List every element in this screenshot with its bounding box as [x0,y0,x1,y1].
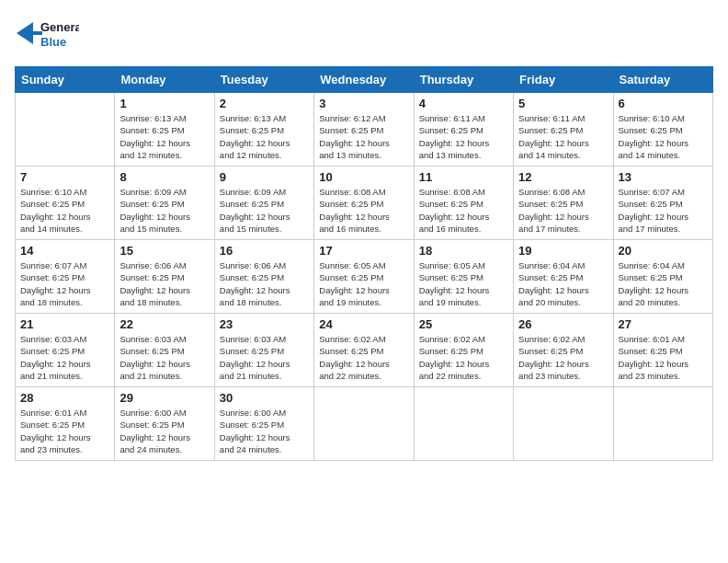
calendar-cell [613,387,712,461]
day-info: Sunrise: 6:13 AM Sunset: 6:25 PM Dayligh… [220,112,309,161]
day-info: Sunrise: 6:03 AM Sunset: 6:25 PM Dayligh… [20,333,109,382]
day-number: 26 [518,317,608,331]
day-info: Sunrise: 6:07 AM Sunset: 6:25 PM Dayligh… [20,259,109,308]
calendar-cell [314,387,414,461]
calendar-cell: 16Sunrise: 6:06 AM Sunset: 6:25 PM Dayli… [214,240,313,314]
calendar-cell: 20Sunrise: 6:04 AM Sunset: 6:25 PM Dayli… [613,240,712,314]
day-info: Sunrise: 6:04 AM Sunset: 6:25 PM Dayligh… [619,259,708,308]
calendar-header-friday: Friday [514,67,613,93]
logo-svg: GeneralBlue [15,15,79,55]
day-number: 16 [220,244,309,258]
day-info: Sunrise: 6:03 AM Sunset: 6:25 PM Dayligh… [220,333,309,382]
calendar-cell: 22Sunrise: 6:03 AM Sunset: 6:25 PM Dayli… [115,314,214,387]
calendar-cell: 1Sunrise: 6:13 AM Sunset: 6:25 PM Daylig… [115,93,214,167]
calendar-cell [16,93,115,167]
day-number: 13 [619,170,708,184]
day-number: 24 [319,317,408,331]
day-info: Sunrise: 6:09 AM Sunset: 6:25 PM Dayligh… [220,186,309,235]
day-number: 19 [518,244,608,258]
day-info: Sunrise: 6:02 AM Sunset: 6:25 PM Dayligh… [518,333,608,382]
day-number: 15 [119,244,209,258]
day-number: 5 [518,97,608,110]
day-info: Sunrise: 6:01 AM Sunset: 6:25 PM Dayligh… [619,333,708,382]
calendar-cell: 12Sunrise: 6:08 AM Sunset: 6:25 PM Dayli… [514,167,613,240]
day-number: 12 [518,170,608,184]
day-info: Sunrise: 6:04 AM Sunset: 6:25 PM Dayligh… [518,259,608,308]
day-info: Sunrise: 6:01 AM Sunset: 6:25 PM Dayligh… [20,407,109,455]
calendar-cell: 27Sunrise: 6:01 AM Sunset: 6:25 PM Dayli… [613,314,712,387]
calendar-header-wednesday: Wednesday [314,67,414,93]
week-row-2: 7Sunrise: 6:10 AM Sunset: 6:25 PM Daylig… [16,167,713,240]
day-info: Sunrise: 6:06 AM Sunset: 6:25 PM Dayligh… [220,259,309,308]
day-info: Sunrise: 6:06 AM Sunset: 6:25 PM Dayligh… [119,259,209,308]
day-number: 30 [220,391,309,405]
calendar-cell: 6Sunrise: 6:10 AM Sunset: 6:25 PM Daylig… [613,93,712,167]
day-info: Sunrise: 6:08 AM Sunset: 6:25 PM Dayligh… [419,186,508,235]
calendar-cell: 15Sunrise: 6:06 AM Sunset: 6:25 PM Dayli… [115,240,214,314]
svg-text:General: General [40,20,79,34]
day-number: 10 [319,170,408,184]
calendar-cell: 4Sunrise: 6:11 AM Sunset: 6:25 PM Daylig… [414,93,513,167]
calendar-cell: 8Sunrise: 6:09 AM Sunset: 6:25 PM Daylig… [115,167,214,240]
calendar-cell: 11Sunrise: 6:08 AM Sunset: 6:25 PM Dayli… [414,167,513,240]
day-info: Sunrise: 6:10 AM Sunset: 6:25 PM Dayligh… [619,112,708,161]
day-info: Sunrise: 6:05 AM Sunset: 6:25 PM Dayligh… [419,259,508,308]
calendar-cell: 28Sunrise: 6:01 AM Sunset: 6:25 PM Dayli… [16,387,115,461]
day-number: 9 [220,170,309,184]
calendar-header-row: SundayMondayTuesdayWednesdayThursdayFrid… [16,67,713,93]
calendar-cell: 19Sunrise: 6:04 AM Sunset: 6:25 PM Dayli… [514,240,613,314]
day-number: 2 [220,97,309,110]
logo: GeneralBlue [15,15,79,55]
day-number: 6 [619,97,708,110]
day-info: Sunrise: 6:12 AM Sunset: 6:25 PM Dayligh… [319,112,408,161]
week-row-1: 1Sunrise: 6:13 AM Sunset: 6:25 PM Daylig… [16,93,713,167]
day-number: 1 [119,97,209,110]
day-info: Sunrise: 6:08 AM Sunset: 6:25 PM Dayligh… [319,186,408,235]
calendar-cell: 9Sunrise: 6:09 AM Sunset: 6:25 PM Daylig… [214,167,313,240]
day-info: Sunrise: 6:11 AM Sunset: 6:25 PM Dayligh… [419,112,508,161]
day-info: Sunrise: 6:09 AM Sunset: 6:25 PM Dayligh… [119,186,209,235]
day-info: Sunrise: 6:08 AM Sunset: 6:25 PM Dayligh… [518,186,608,235]
day-info: Sunrise: 6:13 AM Sunset: 6:25 PM Dayligh… [119,112,209,161]
day-number: 20 [619,244,708,258]
calendar-cell: 17Sunrise: 6:05 AM Sunset: 6:25 PM Dayli… [314,240,414,314]
week-row-5: 28Sunrise: 6:01 AM Sunset: 6:25 PM Dayli… [16,387,713,461]
day-number: 21 [20,317,109,331]
day-info: Sunrise: 6:11 AM Sunset: 6:25 PM Dayligh… [518,112,608,161]
calendar-header-sunday: Sunday [16,67,115,93]
calendar-cell: 29Sunrise: 6:00 AM Sunset: 6:25 PM Dayli… [115,387,214,461]
day-number: 8 [119,170,209,184]
calendar-cell: 13Sunrise: 6:07 AM Sunset: 6:25 PM Dayli… [613,167,712,240]
page-header: GeneralBlue [15,15,713,55]
calendar-cell: 7Sunrise: 6:10 AM Sunset: 6:25 PM Daylig… [16,167,115,240]
day-number: 3 [319,97,408,110]
calendar-cell [414,387,513,461]
day-info: Sunrise: 6:00 AM Sunset: 6:25 PM Dayligh… [220,407,309,455]
calendar-cell [514,387,613,461]
day-info: Sunrise: 6:07 AM Sunset: 6:25 PM Dayligh… [619,186,708,235]
calendar-cell: 21Sunrise: 6:03 AM Sunset: 6:25 PM Dayli… [16,314,115,387]
calendar-cell: 30Sunrise: 6:00 AM Sunset: 6:25 PM Dayli… [214,387,313,461]
calendar-table: SundayMondayTuesdayWednesdayThursdayFrid… [15,66,713,461]
calendar-cell: 5Sunrise: 6:11 AM Sunset: 6:25 PM Daylig… [514,93,613,167]
day-number: 4 [419,97,508,110]
calendar-cell: 10Sunrise: 6:08 AM Sunset: 6:25 PM Dayli… [314,167,414,240]
calendar-cell: 26Sunrise: 6:02 AM Sunset: 6:25 PM Dayli… [514,314,613,387]
calendar-header-monday: Monday [115,67,214,93]
calendar-cell: 18Sunrise: 6:05 AM Sunset: 6:25 PM Dayli… [414,240,513,314]
calendar-cell: 24Sunrise: 6:02 AM Sunset: 6:25 PM Dayli… [314,314,414,387]
calendar-header-tuesday: Tuesday [214,67,313,93]
calendar-cell: 3Sunrise: 6:12 AM Sunset: 6:25 PM Daylig… [314,93,414,167]
day-number: 14 [20,244,109,258]
day-number: 28 [20,391,109,405]
day-number: 18 [419,244,508,258]
week-row-4: 21Sunrise: 6:03 AM Sunset: 6:25 PM Dayli… [16,314,713,387]
day-info: Sunrise: 6:00 AM Sunset: 6:25 PM Dayligh… [119,407,209,455]
calendar-cell: 2Sunrise: 6:13 AM Sunset: 6:25 PM Daylig… [214,93,313,167]
day-info: Sunrise: 6:02 AM Sunset: 6:25 PM Dayligh… [419,333,508,382]
day-number: 25 [419,317,508,331]
svg-text:Blue: Blue [40,35,66,49]
calendar-cell: 14Sunrise: 6:07 AM Sunset: 6:25 PM Dayli… [16,240,115,314]
day-number: 27 [619,317,708,331]
day-number: 7 [20,170,109,184]
